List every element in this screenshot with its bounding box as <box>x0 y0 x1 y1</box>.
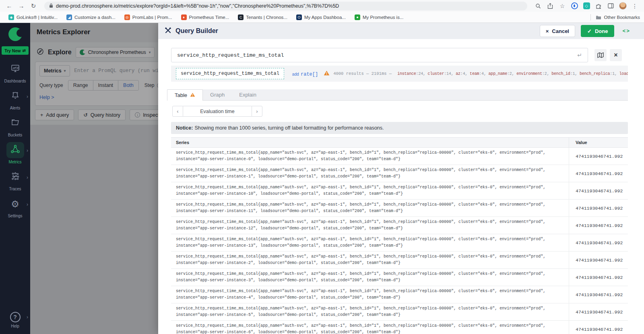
table-row[interactable]: service_http_request_time_ms_total{app_n… <box>171 234 628 252</box>
evaluation-time-field[interactable]: Evaluation time <box>183 106 252 117</box>
bookmark-favicon: O <box>296 14 302 20</box>
try-new-button[interactable]: Try New⇄ <box>2 46 29 55</box>
profile-avatar[interactable] <box>617 1 628 11</box>
bookmark-item[interactable]: ♦ Prometheus Time... <box>177 12 234 22</box>
metric-map-button[interactable] <box>594 49 607 61</box>
sidebar-item-dashboards[interactable]: Dashboards <box>0 61 30 87</box>
rate-label: rate[] <box>301 72 318 77</box>
table-row[interactable]: service_http_request_time_ms_total{app_n… <box>171 252 628 269</box>
tab-table[interactable]: Table <box>167 89 203 101</box>
back-icon[interactable]: ← <box>4 1 14 11</box>
folder-icon <box>596 15 601 20</box>
tab-explain[interactable]: Explain <box>232 89 264 100</box>
bookmark-item[interactable]: ◢ Customize a dash... <box>62 12 120 22</box>
tab-explain-label: Explain <box>239 92 256 98</box>
bookmark-item[interactable]: C Tenants | Chronos... <box>233 12 292 22</box>
evaluation-prev-button[interactable]: ‹ <box>172 106 183 117</box>
bookmarks-bar: ◈ GoLinks® | Intuitiv... ◢ Customize a d… <box>0 12 644 23</box>
table-row[interactable]: service_http_request_time_ms_total{app_n… <box>171 148 628 165</box>
add-rate-link[interactable]: add rate[] <box>292 70 318 77</box>
table-row[interactable]: service_http_request_time_ms_total{app_n… <box>171 200 628 217</box>
label-count[interactable]: cluster14 <box>428 72 456 76</box>
remove-query-button[interactable]: × <box>610 49 622 61</box>
chevron-right-icon: › <box>27 314 28 320</box>
table-row[interactable]: service_http_request_time_ms_total{app_n… <box>171 165 628 182</box>
sidebar-item-buckets[interactable]: Buckets <box>0 115 30 141</box>
label-count[interactable]: bench_replica1 <box>580 72 619 76</box>
value-cell: 4741193046741.992 <box>569 200 628 216</box>
sidebar-label-settings: Settings <box>8 214 22 218</box>
series-cell: service_http_request_time_ms_total{app_n… <box>171 165 569 182</box>
label-count[interactable]: bench_id1 <box>551 72 580 76</box>
series-cell: service_http_request_time_ms_total{app_n… <box>171 269 569 286</box>
other-bookmarks[interactable]: Other Bookmarks <box>590 14 640 21</box>
label-count[interactable]: az4 <box>456 72 470 76</box>
url-text: demo-prod.chronosphere.io/metrics/explor… <box>56 3 339 9</box>
menu-kebab-icon[interactable]: ⋮ <box>630 1 640 11</box>
share-icon[interactable] <box>545 1 555 11</box>
sidebar-item-alerts[interactable]: Alerts › <box>0 88 30 114</box>
bookmark-star-icon[interactable]: ☆ <box>557 1 568 11</box>
switch-icon: ⇄ <box>22 48 25 53</box>
cancel-button[interactable]: × Cancel <box>540 25 575 37</box>
bookmark-favicon: ● <box>355 14 360 20</box>
bookmark-item[interactable]: ◈ GoLinks® | Intuitiv... <box>4 12 62 22</box>
table-row[interactable]: service_http_request_time_ms_total{app_n… <box>171 182 628 200</box>
tools-icon <box>165 27 171 35</box>
reload-icon[interactable]: ↻ <box>28 1 39 11</box>
result-tabs: Table Graph Explain <box>167 89 628 101</box>
bookmark-item[interactable]: ◎ PromLabs | Prom... <box>120 12 177 22</box>
map-icon <box>597 52 604 58</box>
bookmark-item[interactable]: ● My Prometheus is... <box>350 12 408 22</box>
series-cell: service_http_request_time_ms_total{app_n… <box>171 217 569 234</box>
label-count[interactable]: loadsource1 <box>619 72 628 76</box>
label-count[interactable]: app_name2 <box>489 72 517 76</box>
search-icon[interactable] <box>533 1 543 11</box>
bookmark-label: PromLabs | Prom... <box>132 15 172 20</box>
side-panel-icon[interactable] <box>605 1 616 11</box>
browser-chrome: ← → ↻ demo-prod.chronosphere.io/metrics/… <box>0 0 644 23</box>
bookmark-favicon: ◎ <box>124 14 130 20</box>
sidebar-item-help[interactable]: ? Help › <box>0 312 30 328</box>
value-cell: 4741193046741.992 <box>569 286 628 303</box>
table-row[interactable]: service_http_request_time_ms_total{app_n… <box>171 321 628 334</box>
alerts-bell-icon <box>10 91 20 102</box>
value-cell: 4741193046741.992 <box>569 303 628 320</box>
results-summary: 4000 results — 2191ms — <box>333 71 392 76</box>
sidebar-item-settings[interactable]: ⚙ Settings › <box>0 196 30 222</box>
chevron-right-icon: › <box>27 94 28 99</box>
bookmark-item[interactable]: O My Apps Dashboa... <box>292 12 350 22</box>
help-icon: ? <box>10 312 21 322</box>
browser-toolbar: ← → ↻ demo-prod.chronosphere.io/metrics/… <box>0 0 644 12</box>
value-cell: 4741193046741.992 <box>569 269 628 286</box>
evaluation-next-button[interactable]: › <box>252 106 262 117</box>
notice-title: Notice: <box>176 125 193 131</box>
label-count[interactable]: team4 <box>470 72 488 76</box>
done-button[interactable]: ✓ Done <box>581 25 614 37</box>
table-row[interactable]: service_http_request_time_ms_total{app_n… <box>171 269 628 286</box>
tab-graph[interactable]: Graph <box>203 89 232 100</box>
table-row[interactable]: service_http_request_time_ms_total{app_n… <box>171 303 628 321</box>
bookmark-label: My Prometheus is... <box>363 15 404 20</box>
label-count[interactable]: environment2 <box>516 72 551 76</box>
close-icon: × <box>614 52 617 59</box>
metric-chip[interactable]: service_http_request_time_ms_total <box>176 68 284 79</box>
url-bar[interactable]: demo-prod.chronosphere.io/metrics/explor… <box>44 2 527 10</box>
golinks-extension-icon[interactable]: ◇ <box>581 1 592 11</box>
extensions-puzzle-icon[interactable] <box>593 1 604 11</box>
sidebar-item-metrics[interactable]: Metrics › <box>0 142 30 168</box>
forward-icon[interactable]: → <box>16 1 27 11</box>
series-cell: service_http_request_time_ms_total{app_n… <box>171 252 569 268</box>
code-view-toggle-icon[interactable]: <> <box>622 28 630 34</box>
label-count[interactable]: instance24 <box>397 72 427 76</box>
table-row[interactable]: service_http_request_time_ms_total{app_n… <box>171 217 628 234</box>
table-row[interactable]: service_http_request_time_ms_total{app_n… <box>171 286 628 303</box>
bookmark-favicon: C <box>238 14 244 20</box>
sidebar-label-help: Help <box>11 324 19 328</box>
query-builder-input[interactable]: service_http_request_time_ms_total ↵ <box>171 48 588 62</box>
evaluation-time-stepper: ‹ Evaluation time › <box>172 106 262 117</box>
chevron-right-icon: › <box>27 175 28 180</box>
onepassword-extension-icon[interactable] <box>569 1 580 11</box>
sidebar-label-buckets: Buckets <box>8 133 23 137</box>
sidebar-item-traces[interactable]: Traces › <box>0 169 30 195</box>
